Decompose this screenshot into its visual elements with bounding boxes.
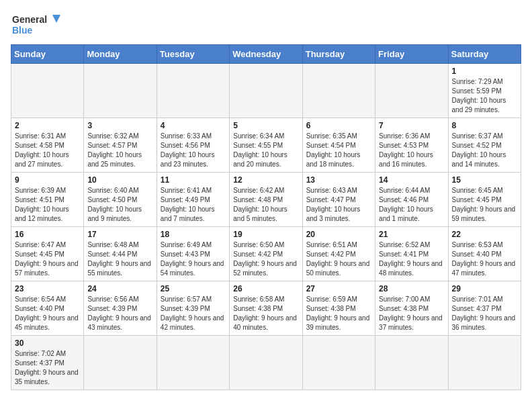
calendar-cell: 3Sunrise: 6:32 AM Sunset: 4:57 PM Daylig…: [84, 118, 157, 173]
calendar-cell: [84, 336, 157, 390]
weekday-header-saturday: Saturday: [448, 45, 521, 64]
calendar-cell: 30Sunrise: 7:02 AM Sunset: 4:37 PM Dayli…: [11, 336, 84, 390]
day-number: 15: [452, 175, 517, 185]
day-info: Sunrise: 6:54 AM Sunset: 4:40 PM Dayligh…: [15, 295, 80, 332]
day-number: 7: [379, 121, 444, 130]
calendar-cell: [84, 64, 157, 118]
day-number: 24: [87, 284, 152, 293]
calendar-cell: 1Sunrise: 7:29 AM Sunset: 5:59 PM Daylig…: [448, 64, 521, 118]
day-number: 10: [87, 175, 152, 185]
day-info: Sunrise: 7:01 AM Sunset: 4:37 PM Dayligh…: [452, 295, 517, 332]
day-info: Sunrise: 6:53 AM Sunset: 4:40 PM Dayligh…: [452, 240, 517, 278]
calendar-cell: 17Sunrise: 6:48 AM Sunset: 4:44 PM Dayli…: [84, 227, 157, 281]
svg-marker-2: [52, 15, 60, 23]
calendar-cell: 12Sunrise: 6:42 AM Sunset: 4:48 PM Dayli…: [230, 173, 302, 227]
weekday-header-tuesday: Tuesday: [157, 45, 229, 64]
calendar-cell: [11, 64, 84, 118]
day-info: Sunrise: 6:33 AM Sunset: 4:56 PM Dayligh…: [161, 132, 226, 169]
day-number: 19: [233, 230, 298, 239]
day-info: Sunrise: 6:40 AM Sunset: 4:50 PM Dayligh…: [87, 186, 152, 224]
day-number: 6: [306, 121, 371, 130]
calendar-week-row: 30Sunrise: 7:02 AM Sunset: 4:37 PM Dayli…: [11, 336, 521, 390]
day-info: Sunrise: 6:49 AM Sunset: 4:43 PM Dayligh…: [161, 240, 226, 278]
day-info: Sunrise: 6:32 AM Sunset: 4:57 PM Dayligh…: [87, 132, 152, 169]
logo-icon: GeneralBlue: [11, 11, 64, 38]
calendar-cell: 25Sunrise: 6:57 AM Sunset: 4:39 PM Dayli…: [157, 281, 229, 336]
day-info: Sunrise: 6:37 AM Sunset: 4:52 PM Dayligh…: [452, 132, 517, 169]
day-number: 2: [15, 121, 80, 130]
day-info: Sunrise: 6:59 AM Sunset: 4:38 PM Dayligh…: [306, 295, 371, 332]
day-number: 14: [379, 175, 444, 185]
day-info: Sunrise: 6:36 AM Sunset: 4:53 PM Dayligh…: [379, 132, 444, 169]
weekday-header-friday: Friday: [375, 45, 448, 64]
calendar-cell: 2Sunrise: 6:31 AM Sunset: 4:58 PM Daylig…: [11, 118, 84, 173]
day-info: Sunrise: 7:29 AM Sunset: 5:59 PM Dayligh…: [452, 77, 517, 115]
calendar-cell: [302, 64, 375, 118]
day-info: Sunrise: 6:48 AM Sunset: 4:44 PM Dayligh…: [87, 240, 152, 278]
calendar-cell: 22Sunrise: 6:53 AM Sunset: 4:40 PM Dayli…: [448, 227, 521, 281]
day-number: 9: [15, 175, 80, 185]
day-number: 8: [452, 121, 517, 130]
day-number: 1: [452, 66, 517, 76]
day-number: 18: [161, 230, 226, 239]
day-info: Sunrise: 7:02 AM Sunset: 4:37 PM Dayligh…: [15, 349, 80, 387]
calendar-cell: 20Sunrise: 6:51 AM Sunset: 4:42 PM Dayli…: [302, 227, 375, 281]
calendar-cell: 8Sunrise: 6:37 AM Sunset: 4:52 PM Daylig…: [448, 118, 521, 173]
calendar-cell: 10Sunrise: 6:40 AM Sunset: 4:50 PM Dayli…: [84, 173, 157, 227]
calendar-cell: [230, 64, 302, 118]
day-info: Sunrise: 6:34 AM Sunset: 4:55 PM Dayligh…: [233, 132, 298, 169]
day-info: Sunrise: 6:35 AM Sunset: 4:54 PM Dayligh…: [306, 132, 371, 169]
day-info: Sunrise: 6:41 AM Sunset: 4:49 PM Dayligh…: [161, 186, 226, 224]
weekday-header-thursday: Thursday: [302, 45, 375, 64]
calendar-cell: 24Sunrise: 6:56 AM Sunset: 4:39 PM Dayli…: [84, 281, 157, 336]
day-info: Sunrise: 6:47 AM Sunset: 4:45 PM Dayligh…: [15, 240, 80, 278]
svg-text:General: General: [12, 14, 47, 25]
calendar-cell: [375, 64, 448, 118]
calendar-cell: 14Sunrise: 6:44 AM Sunset: 4:46 PM Dayli…: [375, 173, 448, 227]
calendar-cell: 7Sunrise: 6:36 AM Sunset: 4:53 PM Daylig…: [375, 118, 448, 173]
day-info: Sunrise: 6:56 AM Sunset: 4:39 PM Dayligh…: [87, 295, 152, 332]
day-number: 26: [233, 284, 298, 293]
calendar-cell: 11Sunrise: 6:41 AM Sunset: 4:49 PM Dayli…: [157, 173, 229, 227]
day-info: Sunrise: 6:45 AM Sunset: 4:45 PM Dayligh…: [452, 186, 517, 224]
day-number: 20: [306, 230, 371, 239]
day-number: 28: [379, 284, 444, 293]
day-info: Sunrise: 6:42 AM Sunset: 4:48 PM Dayligh…: [233, 186, 298, 224]
calendar-cell: 21Sunrise: 6:52 AM Sunset: 4:41 PM Dayli…: [375, 227, 448, 281]
day-number: 21: [379, 230, 444, 239]
day-number: 30: [15, 338, 80, 348]
calendar-cell: 28Sunrise: 7:00 AM Sunset: 4:38 PM Dayli…: [375, 281, 448, 336]
calendar-cell: [302, 336, 375, 390]
calendar-cell: 9Sunrise: 6:39 AM Sunset: 4:51 PM Daylig…: [11, 173, 84, 227]
page-header: GeneralBlue: [11, 11, 521, 38]
day-number: 3: [87, 121, 152, 130]
calendar-cell: 29Sunrise: 7:01 AM Sunset: 4:37 PM Dayli…: [448, 281, 521, 336]
calendar-cell: 23Sunrise: 6:54 AM Sunset: 4:40 PM Dayli…: [11, 281, 84, 336]
day-number: 22: [452, 230, 517, 239]
day-number: 23: [15, 284, 80, 293]
day-info: Sunrise: 6:50 AM Sunset: 4:42 PM Dayligh…: [233, 240, 298, 278]
weekday-header-monday: Monday: [84, 45, 157, 64]
day-info: Sunrise: 6:43 AM Sunset: 4:47 PM Dayligh…: [306, 186, 371, 224]
day-number: 13: [306, 175, 371, 185]
day-info: Sunrise: 6:44 AM Sunset: 4:46 PM Dayligh…: [379, 186, 444, 224]
day-number: 11: [161, 175, 226, 185]
day-info: Sunrise: 6:52 AM Sunset: 4:41 PM Dayligh…: [379, 240, 444, 278]
weekday-header-wednesday: Wednesday: [230, 45, 302, 64]
calendar-table: SundayMondayTuesdayWednesdayThursdayFrid…: [11, 44, 521, 390]
calendar-cell: 13Sunrise: 6:43 AM Sunset: 4:47 PM Dayli…: [302, 173, 375, 227]
calendar-cell: [157, 64, 229, 118]
svg-text:Blue: Blue: [12, 25, 33, 36]
day-info: Sunrise: 6:31 AM Sunset: 4:58 PM Dayligh…: [15, 132, 80, 169]
day-info: Sunrise: 6:51 AM Sunset: 4:42 PM Dayligh…: [306, 240, 371, 278]
calendar-cell: 4Sunrise: 6:33 AM Sunset: 4:56 PM Daylig…: [157, 118, 229, 173]
weekday-header-sunday: Sunday: [11, 45, 84, 64]
day-number: 16: [15, 230, 80, 239]
logo: GeneralBlue: [11, 11, 64, 38]
calendar-cell: 26Sunrise: 6:58 AM Sunset: 4:38 PM Dayli…: [230, 281, 302, 336]
day-number: 27: [306, 284, 371, 293]
calendar-cell: 27Sunrise: 6:59 AM Sunset: 4:38 PM Dayli…: [302, 281, 375, 336]
day-number: 25: [161, 284, 226, 293]
calendar-week-row: 2Sunrise: 6:31 AM Sunset: 4:58 PM Daylig…: [11, 118, 521, 173]
calendar-cell: 18Sunrise: 6:49 AM Sunset: 4:43 PM Dayli…: [157, 227, 229, 281]
